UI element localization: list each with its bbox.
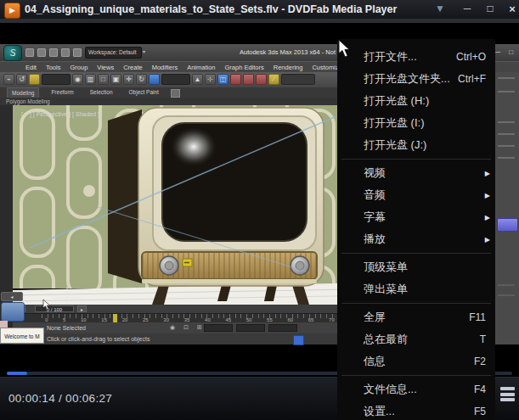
window-title: 04_Assigning_unique_materials_to_State_S… [25, 0, 397, 19]
time-slider-handle: 0 / 100 [35, 305, 74, 312]
tv-side-panel [108, 109, 142, 283]
time-display: 00:00:14 / 00:06:27 [8, 392, 112, 405]
transform-type-in-icons: ◉ ⊡ ⊞ [170, 324, 206, 331]
menu-item-subtitle[interactable]: 字幕 ▶ [337, 206, 495, 228]
playlist-menu-button[interactable] [500, 387, 515, 404]
max-menu-item: Create [123, 62, 143, 72]
toolbar-icon [256, 74, 267, 85]
menu-item-fullscreen[interactable]: 全屏 F11 [337, 306, 495, 328]
menu-item-video[interactable]: 视频 ▶ [337, 162, 495, 184]
menu-item-file-info[interactable]: 文件信息... F4 [337, 378, 495, 400]
max-menu-item: Rendering [274, 62, 303, 72]
submenu-arrow-icon: ▶ [485, 207, 490, 229]
track-bar-marker [113, 314, 117, 322]
max-menu-item: Animation [187, 62, 215, 72]
submenu-arrow-icon: ▶ [485, 163, 490, 185]
toolbar-icon [243, 74, 254, 85]
maximize-button[interactable]: □ [482, 0, 499, 19]
max-menu-item: Graph Editors [225, 62, 264, 72]
coordinate-y-field [236, 324, 265, 332]
maxscript-mini-listener: Welcome to M [0, 328, 44, 344]
menu-item-info[interactable]: 信息 F2 [337, 350, 495, 372]
wallpaper-dot [83, 185, 95, 197]
menu-item-open-disc-i[interactable]: 打开光盘 (I:) [337, 112, 495, 134]
dvdfab-media-player-window: { "window": { "title": "04_Assigning_uni… [0, 0, 519, 420]
qat-icon [73, 48, 82, 57]
ribbon-tab: Selection [86, 87, 117, 98]
toolbar-icon: ◫ [217, 74, 228, 85]
panel-line [498, 121, 515, 123]
ribbon-tab: Modeling [7, 87, 39, 98]
minimize-button[interactable]: ─ [459, 0, 476, 19]
menu-item-open-disc-folder[interactable]: 打开光盘文件夹... Ctrl+F [337, 68, 495, 90]
qat-icon [49, 48, 58, 57]
ribbon-tab: Freeform [47, 87, 77, 98]
ribbon-tab: Object Paint [125, 87, 163, 98]
minimized-dialog-button [1, 302, 25, 322]
hamburger-bar [500, 398, 515, 401]
max-menu-item: Edit [25, 62, 37, 72]
menu-item-always-on-top[interactable]: 总在最前 T [337, 328, 495, 350]
menu-item-open-disc-h[interactable]: 打开光盘 (H:) [337, 90, 495, 112]
menu-separator [337, 250, 495, 256]
reference-dropdown [161, 74, 190, 85]
selection-status: None Selected [47, 325, 86, 331]
recorded-cursor-icon [42, 299, 51, 311]
toolbar-icon [29, 74, 40, 85]
toolbar-icon-active [149, 74, 160, 85]
panel-line [498, 294, 515, 296]
panel-line [498, 145, 515, 147]
menu-item-settings[interactable]: 设置... F5 [337, 400, 495, 420]
title-bar[interactable]: ▶ 04_Assigning_unique_materials_to_State… [0, 0, 519, 19]
max-logo-icon: S [3, 45, 22, 61]
max-command-panel [495, 72, 519, 344]
panel-line [498, 133, 515, 135]
toolbar-icon: ▥ [85, 74, 96, 85]
menu-separator [337, 372, 495, 378]
panel-line [498, 157, 515, 159]
menu-item-top-menu[interactable]: 顶级菜单 [337, 256, 495, 278]
menu-separator [337, 300, 495, 306]
menu-item-audio[interactable]: 音频 ▶ [337, 184, 495, 206]
panel-line [498, 91, 515, 92]
context-menu: 打开文件... Ctrl+O 打开光盘文件夹... Ctrl+F 打开光盘 (H… [337, 39, 495, 420]
menu-item-open-file[interactable]: 打开文件... Ctrl+O [337, 46, 495, 68]
workspace-dropdown: Workspace: Default [85, 47, 142, 59]
menu-separator [337, 156, 495, 162]
max-menu-item: Modifiers [152, 62, 178, 72]
selection-filter-dropdown [42, 74, 71, 85]
next-frame-icon: ► [77, 305, 87, 312]
skin-menu-icon[interactable]: ▼ [432, 0, 448, 19]
close-button[interactable]: × [504, 0, 519, 19]
menu-item-playback[interactable]: 播放 ▶ [337, 228, 495, 250]
app-logo-icon: ▶ [4, 3, 20, 19]
ribbon-options-icon [171, 89, 180, 98]
panel-line [498, 284, 515, 286]
tv-model [108, 108, 324, 305]
render-presets-box [281, 74, 315, 85]
hamburger-bar [500, 387, 515, 390]
toolbar-icon: ▣ [110, 74, 121, 85]
max-window-buttons: ─ □ [495, 44, 516, 61]
toolbar-icon: ◉ [72, 74, 83, 85]
toolbar-icon [230, 74, 241, 85]
menu-item-popup-menu[interactable]: 弹出菜单 [337, 278, 495, 300]
prompt-text: Click or click-and-drag to select object… [47, 336, 149, 342]
panel-line [498, 77, 515, 79]
qat-icon [37, 48, 46, 57]
seek-progress [7, 372, 27, 375]
menu-item-open-disc-j[interactable]: 打开光盘 (J:) [337, 134, 495, 156]
panel-highlighted-button [497, 218, 518, 232]
submenu-arrow-icon: ▶ [485, 185, 490, 207]
max-menu-item: Group [70, 62, 87, 72]
qat-icon [25, 48, 34, 57]
qat-icon [61, 48, 70, 57]
screen-highlight [170, 126, 217, 167]
toolbar-icon: ∕ [268, 74, 279, 85]
coordinate-x-field [204, 324, 233, 332]
viewport-label: [ + ] [ Perspective ] [ Shaded ] [21, 111, 99, 118]
toolbar-icon: ↻ [136, 74, 147, 85]
toolbar-icon: □ [98, 74, 109, 85]
mouse-cursor-icon [338, 39, 352, 58]
max-menu-item: Tools [46, 62, 61, 72]
